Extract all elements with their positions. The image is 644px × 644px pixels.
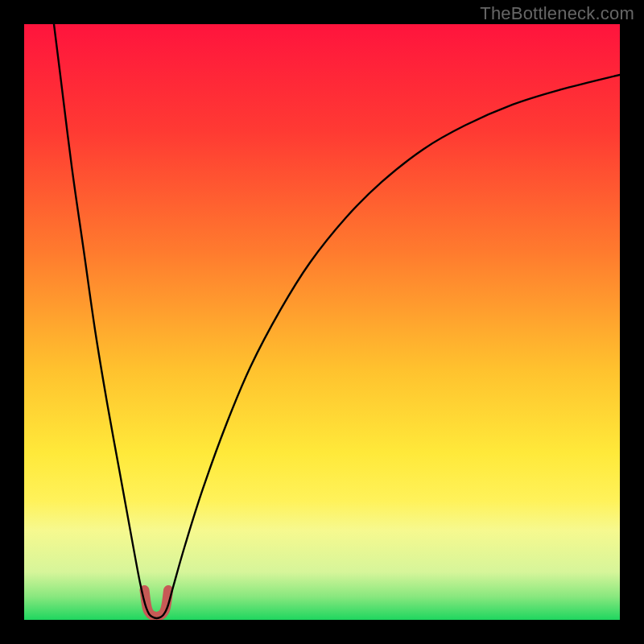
chart-frame: TheBottleneck.com: [0, 0, 644, 644]
chart-svg: [24, 24, 620, 620]
plot-area: [24, 24, 620, 620]
gradient-background: [24, 24, 620, 620]
watermark-text: TheBottleneck.com: [480, 3, 634, 24]
